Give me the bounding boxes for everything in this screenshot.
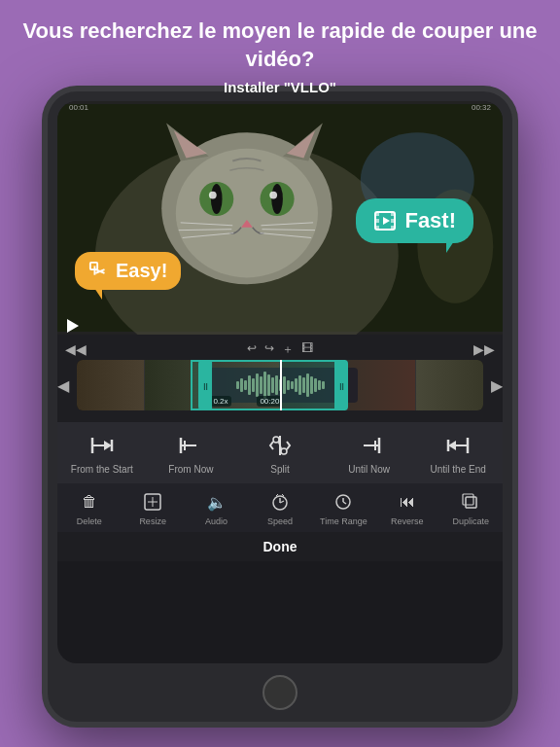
timeline-track[interactable]: 0.2x 00:20 <box>77 360 483 410</box>
nav-arrow-left[interactable]: ◀ <box>57 376 69 395</box>
timeline-undo[interactable]: ↩ <box>247 341 257 358</box>
done-button[interactable]: Done <box>263 539 298 554</box>
playhead <box>280 360 282 410</box>
until-end-label: Until the End <box>431 464 486 476</box>
svg-rect-29 <box>391 212 395 216</box>
sec-reverse[interactable]: ⏮ Reverse <box>375 491 438 526</box>
svg-rect-24 <box>94 266 96 274</box>
sec-speed[interactable]: Speed <box>248 491 311 526</box>
until-now-icon <box>356 432 383 459</box>
sec-audio[interactable]: 🔈 Audio <box>185 491 248 526</box>
header: Vous recherchez le moyen le rapide de co… <box>0 0 560 103</box>
timeline-add[interactable]: ＋ <box>282 341 294 358</box>
secondary-toolbar: 🗑 Delete Resize 🔈 Audio Speed <box>57 483 503 532</box>
svg-rect-31 <box>391 226 395 230</box>
toolbar-split[interactable]: Split <box>235 432 325 476</box>
trim-handle-left[interactable] <box>198 360 212 410</box>
main-title: Vous recherchez le moyen le rapide de co… <box>19 18 541 73</box>
film-icon <box>373 209 397 232</box>
trim-handle-right[interactable] <box>334 360 348 410</box>
timeline-top-bar: ◀◀ 00:01 ↩ ↪ ＋ 🎞 00:32 ▶▶ <box>57 338 503 360</box>
from-now-icon <box>177 432 204 459</box>
scissors-icon <box>88 261 110 282</box>
done-row: Done <box>57 532 503 561</box>
fast-label: Fast! <box>404 208 456 233</box>
main-toolbar: From the Start From Now <box>57 422 503 483</box>
svg-rect-26 <box>375 212 379 216</box>
timeline-skip-end[interactable]: ▶▶ <box>473 341 495 357</box>
reverse-label: Reverse <box>391 516 424 526</box>
delete-icon: 🗑 <box>82 491 97 513</box>
audio-icon: 🔈 <box>207 491 227 513</box>
delete-label: Delete <box>77 516 102 526</box>
trim-region <box>191 360 345 410</box>
play-indicator <box>67 319 79 333</box>
svg-rect-62 <box>466 497 476 508</box>
until-now-label: Until Now <box>348 464 390 476</box>
time-range-icon <box>334 491 352 513</box>
timeline-redo[interactable]: ↪ <box>264 341 274 358</box>
duplicate-label: Duplicate <box>452 516 489 526</box>
sec-resize[interactable]: Resize <box>121 491 184 526</box>
timecode-start: 00:01 <box>69 103 88 112</box>
speed-label: Speed <box>267 516 293 526</box>
timecode-end: 00:32 <box>472 103 491 112</box>
play-icon <box>67 319 79 333</box>
svg-point-13 <box>269 192 277 199</box>
sec-delete[interactable]: 🗑 Delete <box>57 491 121 526</box>
resize-label: Resize <box>139 516 166 526</box>
fast-bubble: Fast! <box>356 198 473 243</box>
svg-point-41 <box>273 437 279 443</box>
easy-label: Easy! <box>116 260 167 282</box>
reverse-icon: ⏮ <box>400 491 415 513</box>
svg-rect-30 <box>391 219 395 223</box>
speed-icon <box>271 491 289 513</box>
sec-time-range[interactable]: Time Range <box>312 491 375 526</box>
until-end-icon <box>444 432 472 459</box>
split-icon <box>266 432 294 459</box>
timeline-clip-icon[interactable]: 🎞 <box>301 341 313 358</box>
from-now-label: From Now <box>168 464 213 476</box>
tablet-frame: Easy! Fast! ◀◀ 00:01 ↩ ↪ <box>42 86 518 728</box>
easy-bubble: Easy! <box>75 252 181 290</box>
svg-line-61 <box>343 502 346 504</box>
resize-icon <box>144 491 161 513</box>
svg-point-42 <box>281 448 287 454</box>
toolbar-until-end[interactable]: Until the End <box>413 432 503 476</box>
duplicate-icon <box>462 491 479 513</box>
timeline-skip-start[interactable]: ◀◀ <box>65 341 87 357</box>
split-label: Split <box>270 464 289 476</box>
audio-label: Audio <box>205 516 228 526</box>
toolbar-from-now[interactable]: From Now <box>147 432 236 476</box>
svg-point-11 <box>271 184 283 214</box>
svg-point-12 <box>209 192 217 199</box>
toolbar-until-now[interactable]: Until Now <box>325 432 414 476</box>
tablet-home-button[interactable] <box>262 675 298 710</box>
svg-rect-63 <box>463 494 473 505</box>
time-range-label: Time Range <box>320 516 368 526</box>
tablet-screen: Easy! Fast! ◀◀ 00:01 ↩ ↪ <box>57 101 503 663</box>
svg-rect-28 <box>375 226 379 230</box>
sec-duplicate[interactable]: Duplicate <box>439 491 503 526</box>
timeline-area: ◀◀ 00:01 ↩ ↪ ＋ 🎞 00:32 ▶▶ ◀ ▶ <box>57 335 503 422</box>
svg-marker-32 <box>383 217 390 225</box>
from-start-icon <box>88 432 116 459</box>
subtitle: Installer "VLLO" <box>19 79 541 95</box>
toolbar-from-start[interactable]: From the Start <box>57 432 147 476</box>
nav-arrow-right[interactable]: ▶ <box>491 376 503 395</box>
svg-point-10 <box>211 184 223 214</box>
timeline-track-container: ◀ ▶ <box>57 360 503 410</box>
from-start-label: From the Start <box>71 464 133 476</box>
svg-rect-27 <box>375 219 379 223</box>
